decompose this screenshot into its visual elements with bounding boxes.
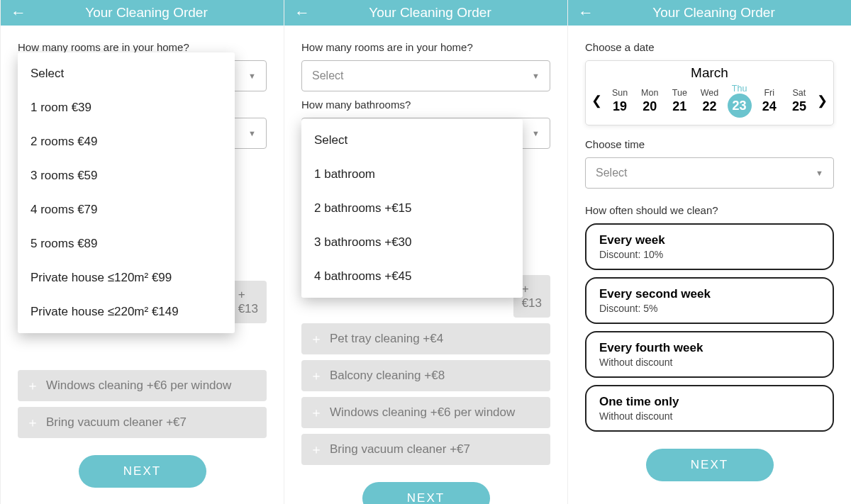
rooms-option[interactable]: 4 rooms €79 (18, 193, 235, 227)
rooms-select[interactable]: Select ▼ (301, 60, 550, 91)
frequency-title: Every week (599, 233, 820, 247)
plus-icon: ＋ (26, 377, 39, 394)
day-of-week: Thu (725, 84, 755, 94)
header-title: Your Cleaning Order (303, 5, 557, 21)
time-select[interactable]: Select ▼ (585, 157, 834, 189)
day-number: 21 (664, 99, 694, 114)
rooms-option[interactable]: 1 room €39 (18, 91, 235, 125)
day-number: 25 (784, 99, 814, 114)
bathrooms-option[interactable]: 2 bathrooms +€15 (301, 191, 523, 225)
app-header: ← Your Cleaning Order (284, 0, 567, 26)
day-of-week: Sun (605, 88, 635, 98)
choose-date-label: Choose a date (585, 41, 834, 53)
app-header: ← Your Cleaning Order (568, 0, 851, 26)
screen-schedule: ← Your Cleaning Order Choose a date Marc… (567, 0, 851, 504)
plus-icon: ＋ (310, 441, 323, 458)
addon-ironing-partial[interactable]: +€13 (230, 281, 267, 323)
next-button[interactable]: NEXT (646, 449, 774, 481)
bathrooms-option[interactable]: Select (301, 123, 523, 157)
frequency-option[interactable]: One time onlyWithout discount (585, 385, 834, 432)
rooms-option[interactable]: 2 rooms €49 (18, 125, 235, 159)
frequency-subtitle: Without discount (599, 357, 820, 368)
rooms-option[interactable]: 3 rooms €59 (18, 159, 235, 193)
day-number: 19 (605, 99, 635, 114)
plus-icon: ＋ (26, 414, 39, 431)
screen-rooms: ← Your Cleaning Order How many rooms are… (0, 0, 284, 504)
chevron-down-icon: ▼ (532, 129, 540, 138)
screen-bathrooms: ← Your Cleaning Order How many rooms are… (284, 0, 567, 504)
plus-icon: ＋ (310, 330, 323, 347)
addon-vacuum[interactable]: ＋ Bring vacuum cleaner +€7 (18, 407, 267, 438)
header-title: Your Cleaning Order (586, 5, 841, 21)
bathrooms-dropdown: Select1 bathroom2 bathrooms +€153 bathro… (301, 119, 523, 298)
next-button[interactable]: NEXT (362, 482, 490, 504)
rooms-dropdown: Select1 room €392 rooms €493 rooms €594 … (18, 52, 235, 333)
day-of-week: Wed (694, 88, 724, 98)
day-number: 23 (728, 94, 752, 118)
day-of-week: Sat (784, 88, 814, 98)
addon-balcony[interactable]: ＋ Balcony cleaning +€8 (301, 360, 550, 391)
bathrooms-option[interactable]: 3 bathrooms +€30 (301, 225, 523, 259)
frequency-question: How often should we clean? (585, 204, 834, 216)
rooms-option[interactable]: Private house ≤220m² €149 (18, 295, 235, 329)
frequency-option[interactable]: Every second weekDiscount: 5% (585, 277, 834, 324)
next-button[interactable]: NEXT (79, 455, 206, 488)
frequency-subtitle: Discount: 5% (599, 303, 820, 314)
calendar-day[interactable]: Mon20 (635, 88, 664, 114)
calendar-month: March (589, 65, 830, 81)
addon-vacuum[interactable]: ＋ Bring vacuum cleaner +€7 (301, 434, 550, 465)
chevron-down-icon: ▼ (248, 72, 256, 80)
frequency-option[interactable]: Every fourth weekWithout discount (585, 331, 834, 378)
rooms-option[interactable]: 5 rooms €89 (18, 227, 235, 261)
day-number: 22 (694, 99, 724, 114)
bathrooms-option[interactable]: 4 bathrooms +€45 (301, 259, 523, 293)
addon-pet-tray[interactable]: ＋ Pet tray cleaning +€4 (301, 323, 550, 354)
rooms-question: How many rooms are in your home? (301, 41, 550, 53)
addon-windows[interactable]: ＋ Windows cleaning +€6 per window (18, 370, 267, 401)
choose-time-label: Choose time (585, 138, 834, 150)
plus-icon: ＋ (310, 367, 323, 384)
frequency-title: Every fourth week (599, 341, 820, 355)
plus-icon: ＋ (310, 404, 323, 421)
app-header: ← Your Cleaning Order (1, 0, 284, 26)
frequency-title: Every second week (599, 287, 820, 301)
rooms-option[interactable]: Private house ≤120m² €99 (18, 261, 235, 295)
frequency-subtitle: Discount: 10% (599, 249, 820, 260)
calendar-day[interactable]: Sat25 (784, 88, 814, 114)
bathrooms-option[interactable]: 1 bathroom (301, 157, 523, 191)
rooms-option[interactable]: Select (18, 57, 235, 91)
addon-windows[interactable]: ＋ Windows cleaning +€6 per window (301, 397, 550, 428)
calendar-day[interactable]: Sun19 (605, 88, 635, 114)
frequency-subtitle: Without discount (599, 410, 820, 422)
day-number: 24 (755, 99, 784, 114)
calendar-day[interactable]: Tue21 (664, 88, 694, 114)
day-of-week: Fri (755, 88, 784, 98)
day-of-week: Tue (664, 88, 694, 98)
day-number: 20 (635, 99, 664, 114)
select-placeholder: Select (312, 69, 343, 82)
rooms-question: How many rooms are in your home? (18, 41, 267, 53)
header-title: Your Cleaning Order (19, 5, 274, 21)
calendar-day[interactable]: Thu23 (725, 84, 755, 118)
day-of-week: Mon (635, 88, 664, 98)
chevron-down-icon: ▼ (248, 129, 256, 138)
date-picker: March ❮ Sun19Mon20Tue21Wed22Thu23Fri24Sa… (585, 60, 834, 125)
frequency-title: One time only (599, 395, 820, 409)
frequency-option[interactable]: Every weekDiscount: 10% (585, 223, 834, 270)
chevron-down-icon: ▼ (532, 72, 540, 80)
select-placeholder: Select (596, 167, 627, 179)
calendar-next-icon[interactable]: ❯ (814, 93, 830, 108)
calendar-day[interactable]: Fri24 (755, 88, 784, 114)
bathrooms-question: How many bathrooms? (301, 99, 550, 111)
chevron-down-icon: ▼ (816, 169, 823, 177)
calendar-prev-icon[interactable]: ❮ (589, 93, 605, 108)
calendar-day[interactable]: Wed22 (694, 88, 724, 114)
